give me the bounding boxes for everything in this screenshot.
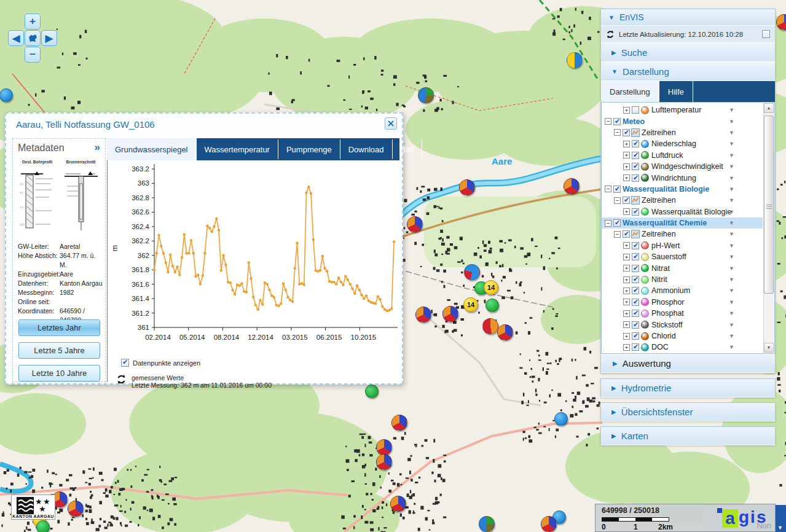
refresh-icon[interactable] bbox=[606, 30, 615, 39]
station-dot-marker[interactable] bbox=[36, 520, 50, 532]
layer-checkbox[interactable] bbox=[632, 106, 639, 114]
station-pie-marker[interactable] bbox=[541, 516, 557, 532]
layer-options-dropdown-icon[interactable]: ▼ bbox=[729, 276, 734, 283]
layer-label[interactable]: Windrichtung bbox=[651, 174, 696, 182]
station-pie-marker[interactable] bbox=[390, 496, 406, 512]
station-pie-marker[interactable] bbox=[376, 439, 392, 455]
cluster-count-badge[interactable]: 14 bbox=[484, 280, 498, 295]
layer-checkbox[interactable] bbox=[632, 174, 639, 182]
tab-bild[interactable]: Bild bbox=[393, 139, 423, 159]
layer-label[interactable]: DOC bbox=[651, 343, 669, 351]
layer-checkbox[interactable] bbox=[632, 208, 639, 216]
section-suche[interactable]: ▶ Suche bbox=[601, 43, 775, 62]
layer-label[interactable]: Zeitreihen bbox=[642, 230, 676, 238]
layer-checkbox[interactable] bbox=[632, 343, 639, 351]
tree-expand-icon[interactable]: + bbox=[623, 152, 630, 158]
station-pie-marker[interactable] bbox=[482, 318, 498, 334]
layer-options-dropdown-icon[interactable]: ▼ bbox=[729, 310, 734, 316]
tree-expand-icon[interactable]: + bbox=[623, 344, 630, 351]
layer-options-dropdown-icon[interactable]: ▼ bbox=[729, 220, 734, 226]
station-pie-marker[interactable] bbox=[464, 264, 480, 280]
datapoints-checkbox[interactable] bbox=[121, 359, 129, 367]
tree-expand-icon[interactable]: + bbox=[623, 254, 630, 260]
layer-options-dropdown-icon[interactable]: ▼ bbox=[729, 119, 734, 125]
pan-left-button[interactable]: ◀ bbox=[8, 30, 24, 46]
tree-row-doc[interactable]: +DOC▼ bbox=[602, 342, 763, 353]
layer-checkbox[interactable] bbox=[632, 332, 639, 340]
expand-metadata-icon[interactable]: » bbox=[95, 141, 100, 154]
layer-options-dropdown-icon[interactable]: ▼ bbox=[729, 322, 734, 328]
layer-options-dropdown-icon[interactable]: ▼ bbox=[729, 265, 734, 272]
tree-row-phosphor[interactable]: +Phosphor▼ bbox=[602, 297, 763, 308]
tree-row-wasserqualit-t-biologie[interactable]: +Wasserqualität Biologie▼ bbox=[602, 206, 763, 217]
tree-expand-icon[interactable]: + bbox=[623, 276, 630, 283]
layer-checkbox[interactable] bbox=[632, 276, 639, 283]
tree-row-meteo[interactable]: −Meteo▼ bbox=[602, 115, 763, 127]
section-darstellung[interactable]: ▼ Darstellung bbox=[601, 62, 775, 81]
range-button-letzte-10-jahre[interactable]: Letzte 10 Jahre bbox=[18, 365, 100, 381]
station-pie-marker[interactable] bbox=[479, 516, 495, 532]
layer-checkbox[interactable] bbox=[613, 219, 621, 227]
tree-scrollbar[interactable]: ▲ ▼ bbox=[763, 103, 774, 353]
layer-label[interactable]: Chlorid bbox=[651, 332, 676, 340]
layer-checkbox[interactable] bbox=[613, 118, 621, 125]
sidebar-tab-hilfe[interactable]: Hilfe bbox=[659, 81, 693, 102]
layer-options-dropdown-icon[interactable]: ▼ bbox=[729, 231, 734, 237]
tree-expand-icon[interactable]: + bbox=[623, 299, 630, 305]
layer-checkbox[interactable] bbox=[632, 152, 639, 159]
section-hydrometrie[interactable]: ▶ Hydrometrie bbox=[600, 378, 776, 397]
layer-options-dropdown-icon[interactable]: ▼ bbox=[729, 186, 734, 192]
tree-expand-icon[interactable]: + bbox=[623, 174, 630, 181]
layer-options-dropdown-icon[interactable]: ▼ bbox=[729, 209, 734, 215]
envis-header[interactable]: ▼ EnVIS bbox=[601, 9, 775, 26]
layer-label[interactable]: Luftdruck bbox=[651, 151, 683, 160]
layer-label[interactable]: Windgeschwindigkeit bbox=[651, 162, 723, 171]
station-pie-marker[interactable] bbox=[68, 501, 84, 517]
station-pie-marker[interactable] bbox=[564, 178, 580, 194]
layer-checkbox[interactable] bbox=[632, 310, 639, 317]
scroll-down-icon[interactable]: ▼ bbox=[764, 343, 774, 353]
section-uebersichtsfenster[interactable]: ▶ Übersichtsfenster bbox=[600, 402, 776, 421]
layer-checkbox[interactable] bbox=[623, 230, 630, 238]
tree-row-lufttemperatur[interactable]: +Lufttemperatur▼ bbox=[602, 104, 763, 115]
tree-collapse-icon[interactable]: − bbox=[605, 186, 611, 192]
tree-expand-icon[interactable]: + bbox=[623, 141, 630, 147]
tab-grundwasserspiegel[interactable]: Grundwasserspiegel bbox=[107, 138, 197, 160]
tree-expand-icon[interactable]: + bbox=[623, 208, 630, 215]
layer-options-dropdown-icon[interactable]: ▼ bbox=[729, 299, 734, 305]
layer-label[interactable]: Nitrit bbox=[651, 275, 667, 284]
zoom-in-button[interactable]: + bbox=[25, 14, 41, 29]
layer-label[interactable]: Niederschlag bbox=[651, 139, 696, 148]
layer-label[interactable]: pH-Wert bbox=[651, 241, 680, 250]
tree-row-windgeschwindigkeit[interactable]: +Windgeschwindigkeit▼ bbox=[602, 161, 763, 172]
layer-label[interactable]: Zeitreihen bbox=[642, 128, 676, 137]
corner-scroll-strip[interactable]: ▼ bbox=[776, 505, 786, 532]
layer-checkbox[interactable] bbox=[632, 163, 639, 170]
tree-row-phosphat[interactable]: +Phosphat▼ bbox=[602, 308, 763, 319]
layer-options-dropdown-icon[interactable]: ▼ bbox=[729, 243, 734, 249]
layer-label[interactable]: Wasserqualität Biologie bbox=[651, 208, 731, 216]
range-button-letztes-jahr[interactable]: Letztes Jahr bbox=[18, 319, 100, 336]
tree-expand-icon[interactable]: + bbox=[623, 310, 630, 317]
station-pie-marker[interactable] bbox=[418, 87, 434, 103]
layer-options-dropdown-icon[interactable]: ▼ bbox=[729, 197, 734, 203]
layer-options-dropdown-icon[interactable]: ▼ bbox=[729, 152, 734, 158]
tree-expand-icon[interactable]: + bbox=[623, 288, 630, 294]
station-pie-marker[interactable] bbox=[391, 415, 407, 431]
station-pie-marker[interactable] bbox=[376, 454, 392, 470]
station-pie-marker[interactable] bbox=[407, 216, 423, 232]
layer-label[interactable]: Stickstoff bbox=[651, 321, 682, 329]
layer-checkbox[interactable] bbox=[632, 140, 639, 147]
tree-expand-icon[interactable]: + bbox=[623, 163, 630, 170]
layer-label[interactable]: Nitrat bbox=[651, 264, 670, 273]
tree-row-nitrat[interactable]: +Nitrat▼ bbox=[602, 262, 763, 273]
station-pie-marker[interactable] bbox=[415, 307, 431, 323]
layer-checkbox[interactable] bbox=[632, 242, 639, 249]
station-dot-marker[interactable] bbox=[485, 299, 499, 312]
layer-label[interactable]: Zeitreihen bbox=[642, 196, 676, 205]
layer-label[interactable]: Meteo bbox=[623, 117, 645, 126]
layer-checkbox[interactable] bbox=[632, 299, 639, 306]
tree-expand-icon[interactable]: + bbox=[623, 242, 630, 249]
layer-options-dropdown-icon[interactable]: ▼ bbox=[729, 141, 734, 147]
tree-expand-icon[interactable]: + bbox=[623, 321, 630, 328]
